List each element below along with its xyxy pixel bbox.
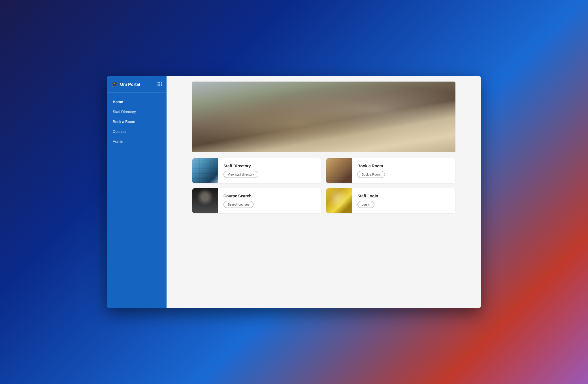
sidebar: 🎓 Uni Portal Home Staff Directory Book a…: [107, 76, 167, 308]
card-image-staff-login: [326, 188, 352, 214]
hero-banner: [192, 82, 455, 152]
card-image-book-a-room: [326, 158, 352, 184]
sidebar-header: 🎓 Uni Portal: [107, 76, 167, 93]
logo-icon: 🎓: [112, 81, 118, 87]
sidebar-item-staff-directory[interactable]: Staff Directory: [107, 107, 167, 116]
card-course-search: Course Search Search courses: [192, 188, 321, 214]
log-in-button[interactable]: Log in: [357, 201, 374, 208]
card-image-staff-directory: [192, 158, 218, 184]
search-courses-button[interactable]: Search courses: [223, 201, 253, 208]
sidebar-item-courses[interactable]: Courses: [107, 127, 167, 136]
card-staff-login: Staff Login Log in: [326, 188, 455, 214]
main-content: Staff Directory View staff directory Boo…: [167, 76, 481, 308]
card-title-staff-directory: Staff Directory: [223, 164, 316, 168]
app-name: Uni Portal: [120, 82, 140, 87]
card-title-staff-login: Staff Login: [357, 194, 449, 198]
card-title-book-a-room: Book a Room: [357, 164, 449, 168]
card-book-a-room: Book a Room Book a Room: [326, 158, 455, 184]
card-body-staff-login: Staff Login Log in: [352, 189, 455, 212]
card-image-course-search: [192, 188, 218, 214]
book-a-room-button[interactable]: Book a Room: [357, 171, 385, 178]
card-title-course-search: Course Search: [223, 194, 316, 198]
card-body-staff-directory: Staff Directory View staff directory: [218, 159, 321, 182]
sidebar-item-admin[interactable]: Admin: [107, 137, 167, 146]
card-body-book-a-room: Book a Room Book a Room: [352, 159, 455, 182]
app-logo: 🎓 Uni Portal: [112, 81, 140, 87]
cards-grid: Staff Directory View staff directory Boo…: [192, 158, 455, 214]
sidebar-item-book-a-room[interactable]: Book a Room: [107, 117, 167, 126]
card-staff-directory: Staff Directory View staff directory: [192, 158, 321, 184]
hero-overlay: [192, 82, 455, 152]
view-staff-directory-button[interactable]: View staff directory: [223, 171, 258, 178]
sidebar-item-home[interactable]: Home: [107, 97, 167, 106]
grid-menu-icon[interactable]: [157, 82, 162, 86]
card-body-course-search: Course Search Search courses: [218, 189, 321, 212]
app-window: 🎓 Uni Portal Home Staff Directory Book a…: [107, 76, 481, 308]
hero-image: [192, 82, 455, 152]
sidebar-nav: Home Staff Directory Book a Room Courses…: [107, 93, 167, 151]
